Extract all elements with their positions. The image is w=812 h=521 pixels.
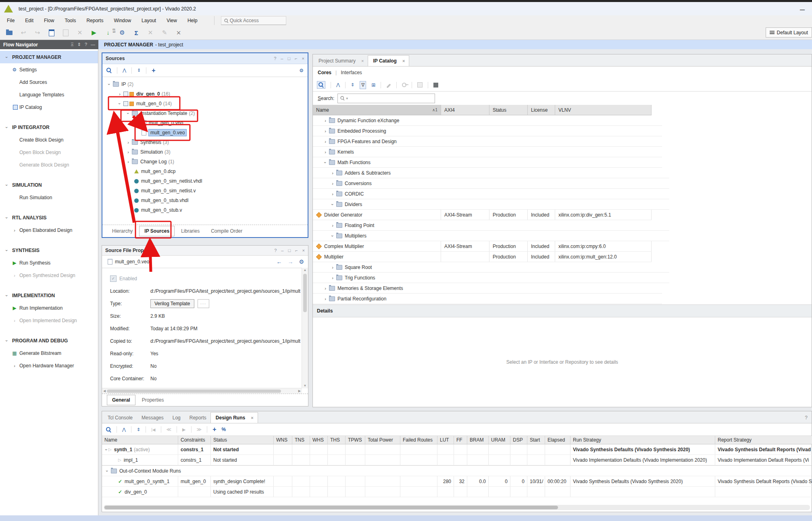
- column-report-strategy[interactable]: Report Strategy: [715, 436, 812, 444]
- tree-item-sim-netlist-v[interactable]: mult_gen_0_sim_netlist.v: [102, 186, 308, 196]
- quick-access-input[interactable]: [229, 17, 275, 24]
- gear-icon[interactable]: ⚙: [299, 68, 304, 73]
- ip-category-row[interactable]: ›CORDIC: [313, 189, 669, 199]
- document-icon[interactable]: [48, 29, 55, 36]
- column-tns[interactable]: TNS: [292, 436, 310, 444]
- sidebar-item-generate-bitstream[interactable]: ▦ Generate Bitstream: [0, 347, 98, 359]
- sidebar-item-run-implementation[interactable]: ▶ Run Implementation: [0, 302, 98, 314]
- maximize-icon[interactable]: □: [287, 56, 290, 61]
- filter-icon[interactable]: ∇: [360, 81, 366, 89]
- sidebar-section-project-manager[interactable]: › PROJECT MANAGER: [0, 51, 98, 63]
- ip-row-complex-multiplier[interactable]: Complex Multiplier AXI4-Stream Productio…: [313, 241, 652, 252]
- sidebar-item-language-templates[interactable]: Language Templates: [0, 88, 98, 101]
- device-icon[interactable]: [417, 82, 423, 88]
- column-lut[interactable]: LUT: [437, 436, 454, 444]
- tab-ip-catalog[interactable]: IP Catalog×: [368, 55, 409, 66]
- ip-category-row[interactable]: ›FPGA Features and Design: [313, 136, 662, 147]
- float-icon[interactable]: ⌐: [295, 248, 298, 253]
- column-ths[interactable]: THS: [328, 436, 346, 444]
- tab-tcl-console[interactable]: Tcl Console: [103, 413, 137, 423]
- column-license[interactable]: License: [528, 105, 555, 115]
- vertical-scrollbar[interactable]: ▲▼: [302, 268, 308, 388]
- settings-gear-icon[interactable]: ⚙: [119, 29, 126, 36]
- minimize-icon[interactable]: ‒: [281, 248, 283, 253]
- ip-category-row[interactable]: ›Partial Reconfiguration: [313, 294, 662, 304]
- subtab-interfaces[interactable]: Interfaces: [341, 70, 362, 75]
- sidebar-item-add-sources[interactable]: Add Sources: [0, 76, 98, 88]
- tree-item-simulation[interactable]: › Simulation(3): [102, 147, 308, 157]
- sidebar-section-program-and-debug[interactable]: › PROGRAM AND DEBUG: [0, 334, 98, 347]
- first-run-icon[interactable]: |◀: [151, 427, 155, 432]
- close-icon[interactable]: ×: [361, 58, 364, 63]
- run-icon[interactable]: ▶: [90, 29, 98, 36]
- license-key-icon[interactable]: [402, 83, 406, 87]
- search-icon[interactable]: [106, 427, 111, 432]
- column-status[interactable]: Status: [211, 436, 274, 444]
- subtab-cores[interactable]: Cores: [318, 70, 331, 75]
- run-row-synth-1[interactable]: ›▷synth_1(active) constrs_1 Not started …: [102, 444, 812, 455]
- tree-item-change-log[interactable]: › Change Log(1): [102, 157, 308, 167]
- tab-ip-sources[interactable]: IP Sources: [139, 226, 175, 236]
- sidebar-item-run-synthesis[interactable]: ▶ Run Synthesis: [0, 256, 98, 269]
- tab-project-summary[interactable]: Project Summary×: [314, 56, 368, 66]
- help-icon[interactable]: ?: [274, 56, 276, 61]
- search-icon[interactable]: [317, 81, 325, 89]
- search-icon[interactable]: [106, 68, 112, 73]
- ip-category-row[interactable]: ›Kernels: [313, 147, 662, 157]
- sidebar-item-open-hardware-manager[interactable]: › Open Hardware Manager: [0, 359, 98, 372]
- run-group-out-of-context[interactable]: › Out-of-Context Module Runs: [102, 465, 812, 476]
- step-back-icon[interactable]: ≪: [167, 427, 172, 432]
- sidebar-item-open-block-design[interactable]: Open Block Design: [0, 146, 98, 158]
- expand-all-icon[interactable]: ⇕: [137, 68, 141, 73]
- more-options-button[interactable]: ···: [198, 299, 209, 308]
- ip-search-box[interactable]: ▾: [337, 94, 435, 103]
- column-uram[interactable]: URAM: [489, 436, 510, 444]
- sidebar-item-open-synthesized-design[interactable]: › Open Synthesized Design: [0, 269, 98, 281]
- gear-icon[interactable]: ⚙: [299, 258, 304, 265]
- help-icon[interactable]: ?: [85, 42, 87, 47]
- forward-arrow-icon[interactable]: →: [287, 258, 293, 265]
- close-icon[interactable]: ×: [251, 415, 253, 420]
- file-type-button[interactable]: Verilog Template: [150, 299, 194, 308]
- column-failed-routes[interactable]: Failed Routes: [400, 436, 437, 444]
- ip-category-row[interactable]: ›Dividers: [313, 199, 669, 210]
- tab-messages[interactable]: Messages: [137, 413, 168, 423]
- sidebar-item-run-simulation[interactable]: Run Simulation: [0, 191, 98, 204]
- column-status[interactable]: Status: [489, 105, 528, 115]
- run-row-impl-1[interactable]: ▷impl_1 constrs_1 Not started Vivado Imp…: [102, 455, 812, 465]
- tab-hierarchy[interactable]: Hierarchy: [107, 226, 137, 236]
- menu-flow[interactable]: Flow: [39, 16, 59, 25]
- tree-item-instantiation-template[interactable]: › Instantiation Template(2): [102, 108, 308, 118]
- expand-all-icon[interactable]: ⇕: [351, 82, 354, 88]
- tab-log[interactable]: Log: [168, 413, 185, 423]
- collapse-all-icon[interactable]: ⋀: [336, 82, 340, 88]
- column-tpws[interactable]: TPWS: [346, 436, 365, 444]
- tree-item-div-gen-0[interactable]: › div_gen_0(16): [102, 89, 308, 99]
- ip-row-multiplier[interactable]: Multiplier Production Included xilinx.co…: [313, 252, 652, 262]
- column-run-strategy[interactable]: Run Strategy: [570, 436, 715, 444]
- marker-icon[interactable]: ⨯: [175, 29, 182, 36]
- column-axi4[interactable]: AXI4: [441, 105, 489, 115]
- menu-reports[interactable]: Reports: [81, 16, 108, 25]
- info-icon[interactable]: [433, 83, 438, 88]
- back-arrow-icon[interactable]: ←: [276, 258, 282, 265]
- percent-icon[interactable]: %: [221, 427, 226, 432]
- ip-category-row[interactable]: ›Multipliers: [313, 231, 669, 241]
- collapse-all-icon[interactable]: Ξ: [71, 42, 74, 47]
- ip-category-row[interactable]: ›Dynamic Function eXchange: [313, 115, 662, 126]
- collapse-all-icon[interactable]: ⋀: [122, 427, 126, 432]
- menu-file[interactable]: File: [2, 16, 20, 25]
- column-ff[interactable]: FF: [454, 436, 467, 444]
- column-bram[interactable]: BRAM: [467, 436, 489, 444]
- horizontal-scrollbar[interactable]: [104, 505, 810, 510]
- paste-icon[interactable]: [62, 29, 69, 36]
- sidebar-section-simulation[interactable]: › SIMULATION: [0, 179, 98, 191]
- tree-item-mult-gen-0-veo[interactable]: mult_gen_0.veo: [102, 128, 308, 138]
- ip-category-row[interactable]: ›Adders & Subtracters: [313, 168, 669, 178]
- sidebar-item-create-block-design[interactable]: Create Block Design: [0, 133, 98, 146]
- sidebar-section-rtl-analysis[interactable]: › RTL ANALYSIS: [0, 211, 98, 224]
- tab-reports[interactable]: Reports: [185, 413, 210, 423]
- help-icon[interactable]: ?: [805, 415, 808, 423]
- float-icon[interactable]: ⌐: [295, 56, 297, 61]
- hide-icon[interactable]: —: [91, 42, 95, 47]
